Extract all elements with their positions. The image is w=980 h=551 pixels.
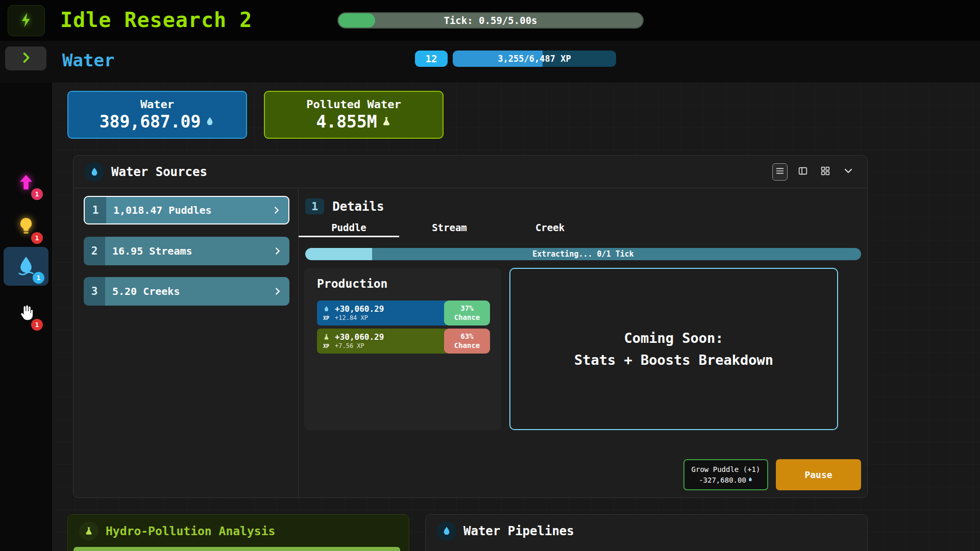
collapse-panel-button[interactable] (841, 163, 856, 181)
coming-soon-line2: Stats + Boosts Breakdown (574, 349, 773, 371)
details-title: Details (332, 199, 384, 214)
chance-word: Chance (454, 313, 480, 322)
grow-puddle-button[interactable]: Grow Puddle (+1) -327,680.00 (683, 459, 768, 490)
chance-word: Chance (454, 341, 480, 350)
water-drop-icon (437, 521, 456, 541)
tab-puddle[interactable]: Puddle (299, 219, 399, 237)
chevron-right-icon (272, 286, 283, 297)
details-tabs: Puddle Stream Creek (299, 219, 600, 237)
sidebar-item-clicker[interactable]: 1 (11, 299, 41, 329)
production-bar-water: XP +30,060.29 +12.84 XP (317, 300, 446, 325)
flask-icon (323, 333, 330, 343)
details-header: 1 Details (305, 198, 384, 214)
production-row-polluted: XP +30,060.29 +7.56 XP 63% Chance (317, 329, 490, 354)
view-toolbar (772, 163, 856, 181)
sidebar: 1 1 1 1 (0, 83, 52, 551)
production-row-icons: XP (321, 333, 331, 349)
coming-soon-box: Coming Soon: Stats + Boosts Breakdown (509, 268, 838, 430)
notification-badge: 1 (33, 272, 44, 284)
chance-percent: 37% (460, 304, 473, 313)
water-drop-icon (85, 162, 104, 182)
top-bar: Idle Research 2 Tick: 0.59/5.00s (0, 0, 980, 41)
notification-badge: 1 (31, 188, 43, 200)
source-item-creeks[interactable]: 3 5.20 Creeks (84, 277, 289, 306)
water-amount: 389,687.09 (100, 112, 201, 132)
water-card-value: 389,687.09 (100, 112, 215, 132)
water-pipelines-header: Water Pipelines (426, 515, 867, 547)
water-drop-icon (323, 305, 330, 315)
water-sources-title: Water Sources (111, 165, 207, 179)
app-logo-button[interactable] (8, 5, 45, 36)
grow-button-cost: -327,680.00 (699, 475, 746, 485)
sidebar-item-research[interactable]: 1 (11, 212, 41, 242)
source-label: 16.95 Streams (112, 245, 192, 257)
tick-progress-bar: Tick: 0.59/5.00s (337, 12, 644, 29)
polluted-card-label: Polluted Water (306, 98, 401, 111)
polluted-card-value: 4.855M (316, 112, 391, 132)
pollution-progress-bar (74, 547, 400, 551)
source-item-puddles[interactable]: 1 1,018.47 Puddles (84, 196, 289, 224)
water-drop-icon (205, 112, 215, 132)
water-sources-panel: Water Sources (73, 155, 868, 498)
hydro-pollution-panel: Hydro-Pollution Analysis (67, 514, 409, 551)
production-amount: +30,060.29 (335, 304, 384, 314)
water-pipelines-title: Water Pipelines (463, 524, 574, 538)
flask-icon (79, 521, 99, 541)
source-item-streams[interactable]: 2 16.95 Streams (84, 237, 289, 265)
chance-badge: 63% Chance (444, 329, 490, 354)
polluted-amount: 4.855M (316, 112, 377, 132)
sidebar-item-upgrades[interactable]: 1 (11, 168, 41, 198)
xp-label: 3,255/6,487 XP (453, 51, 616, 67)
source-label: 5.20 Creeks (112, 285, 180, 297)
extracting-progress-bar: Extracting... 0/1 Tick (305, 248, 861, 260)
production-bar-polluted: XP +30,060.29 +7.56 XP (317, 329, 446, 354)
view-grid-button[interactable] (818, 164, 832, 180)
pause-button[interactable]: Pause (776, 459, 861, 490)
production-xp: +7.56 XP (335, 342, 384, 350)
page-title: Water (62, 50, 114, 70)
extracting-label: Extracting... 0/1 Tick (305, 248, 861, 260)
tick-label: Tick: 0.59/5.00s (338, 13, 643, 28)
source-label: 1,018.47 Puddles (113, 204, 212, 216)
view-split-button[interactable] (796, 164, 810, 180)
water-card-label: Water (140, 98, 174, 111)
sidebar-expand-button[interactable] (5, 46, 46, 70)
source-index: 3 (84, 277, 105, 306)
notification-badge: 1 (31, 319, 43, 331)
water-drop-icon (748, 475, 753, 485)
app-title: Idle Research 2 (60, 8, 252, 32)
view-rows-button[interactable] (772, 163, 788, 181)
coming-soon-line1: Coming Soon: (624, 327, 723, 349)
sidebar-item-water[interactable]: 1 (4, 247, 48, 286)
production-row-water: XP +30,060.29 +12.84 XP 37% Chance (317, 300, 490, 325)
page-header: Water 12 3,255/6,487 XP (0, 41, 980, 83)
chance-badge: 37% Chance (444, 300, 490, 325)
chevron-right-icon (272, 245, 283, 257)
water-sources-header: Water Sources (74, 156, 867, 188)
tab-stream[interactable]: Stream (399, 219, 500, 237)
xp-chip: XP (323, 315, 329, 321)
chevron-right-icon (19, 51, 33, 67)
polluted-water-resource-card[interactable]: Polluted Water 4.855M (264, 91, 444, 139)
details-index: 1 (305, 198, 324, 214)
chance-percent: 63% (460, 332, 473, 341)
chevron-down-icon (842, 165, 854, 179)
level-badge: 12 (415, 51, 448, 67)
xp-chip: XP (323, 343, 329, 349)
rows-view-icon (774, 165, 786, 179)
water-resource-card[interactable]: Water 389,687.09 (67, 91, 247, 139)
source-index: 1 (85, 197, 106, 223)
water-pipelines-panel: Water Pipelines (425, 514, 868, 551)
tab-creek[interactable]: Creek (500, 219, 600, 237)
split-view-icon (797, 165, 808, 179)
grow-button-line1: Grow Puddle (+1) (692, 464, 761, 474)
notification-badge: 1 (31, 232, 43, 244)
flask-icon (381, 112, 391, 132)
production-xp: +12.84 XP (335, 314, 384, 322)
hydro-pollution-header: Hydro-Pollution Analysis (68, 515, 409, 547)
grid-view-icon (820, 165, 831, 179)
source-index: 2 (84, 237, 105, 265)
production-amount: +30,060.29 (335, 332, 384, 342)
xp-progress-bar: 3,255/6,487 XP (453, 51, 616, 67)
hydro-pollution-title: Hydro-Pollution Analysis (106, 524, 275, 538)
